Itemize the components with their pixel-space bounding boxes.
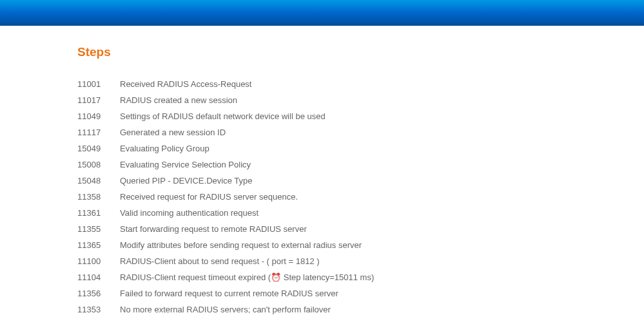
table-row: 11353No more external RADIUS servers; ca… bbox=[77, 301, 374, 318]
table-row: 11017RADIUS created a new session bbox=[77, 92, 374, 108]
step-code: 11356 bbox=[77, 285, 115, 301]
step-code: 11049 bbox=[77, 108, 115, 124]
table-row: 15049Evaluating Policy Group bbox=[77, 140, 374, 157]
step-code: 11355 bbox=[77, 221, 115, 237]
step-code: 11353 bbox=[77, 301, 115, 318]
step-description: Received RADIUS Access-Request bbox=[115, 76, 374, 92]
step-code: 11361 bbox=[77, 205, 115, 221]
table-row: 11365Modify attributes before sending re… bbox=[77, 237, 374, 253]
step-code: 11001 bbox=[77, 76, 115, 92]
step-code: 15049 bbox=[77, 140, 115, 157]
step-description: RADIUS-Client request timeout expired (⏰… bbox=[115, 269, 374, 285]
step-description: No more external RADIUS servers; can't p… bbox=[115, 301, 374, 318]
content: Steps 11001Received RADIUS Access-Reques… bbox=[0, 26, 644, 318]
step-code: 11358 bbox=[77, 189, 115, 205]
step-description: RADIUS-Client about to send request - ( … bbox=[115, 253, 374, 269]
table-row: 15008Evaluating Service Selection Policy bbox=[77, 157, 374, 173]
step-desc-post: Step latency=15011 ms) bbox=[281, 272, 374, 282]
step-description: Modify attributes before sending request… bbox=[115, 237, 374, 253]
table-row: 11356Failed to forward request to curren… bbox=[77, 285, 374, 301]
step-code: 11104 bbox=[77, 269, 115, 285]
step-code: 11365 bbox=[77, 237, 115, 253]
steps-table: 11001Received RADIUS Access-Request11017… bbox=[77, 76, 374, 318]
step-description: Evaluating Policy Group bbox=[115, 140, 374, 157]
step-description: Valid incoming authentication request bbox=[115, 205, 374, 221]
step-code: 15048 bbox=[77, 173, 115, 189]
step-description: Evaluating Service Selection Policy bbox=[115, 157, 374, 173]
table-row: 11361Valid incoming authentication reque… bbox=[77, 205, 374, 221]
table-row: 11104RADIUS-Client request timeout expir… bbox=[77, 269, 374, 285]
step-description: Settings of RADIUS default network devic… bbox=[115, 108, 374, 124]
table-row: 11100RADIUS-Client about to send request… bbox=[77, 253, 374, 269]
table-row: 11358Received request for RADIUS server … bbox=[77, 189, 374, 205]
step-description: Failed to forward request to current rem… bbox=[115, 285, 374, 301]
header-bar bbox=[0, 0, 644, 26]
step-description: Start forwarding request to remote RADIU… bbox=[115, 221, 374, 237]
step-desc-pre: RADIUS-Client request timeout expired ( bbox=[120, 272, 271, 282]
step-code: 15008 bbox=[77, 157, 115, 173]
step-code: 11100 bbox=[77, 253, 115, 269]
table-row: 11117Generated a new session ID bbox=[77, 124, 374, 140]
table-row: 11355Start forwarding request to remote … bbox=[77, 221, 374, 237]
section-title: Steps bbox=[77, 45, 644, 59]
step-description: Generated a new session ID bbox=[115, 124, 374, 140]
table-row: 11001Received RADIUS Access-Request bbox=[77, 76, 374, 92]
alarm-clock-icon: ⏰ bbox=[271, 272, 281, 282]
step-description: Received request for RADIUS server seque… bbox=[115, 189, 374, 205]
table-row: 15048Queried PIP - DEVICE.Device Type bbox=[77, 173, 374, 189]
step-description: RADIUS created a new session bbox=[115, 92, 374, 108]
step-description: Queried PIP - DEVICE.Device Type bbox=[115, 173, 374, 189]
step-code: 11017 bbox=[77, 92, 115, 108]
step-code: 11117 bbox=[77, 124, 115, 140]
table-row: 11049Settings of RADIUS default network … bbox=[77, 108, 374, 124]
